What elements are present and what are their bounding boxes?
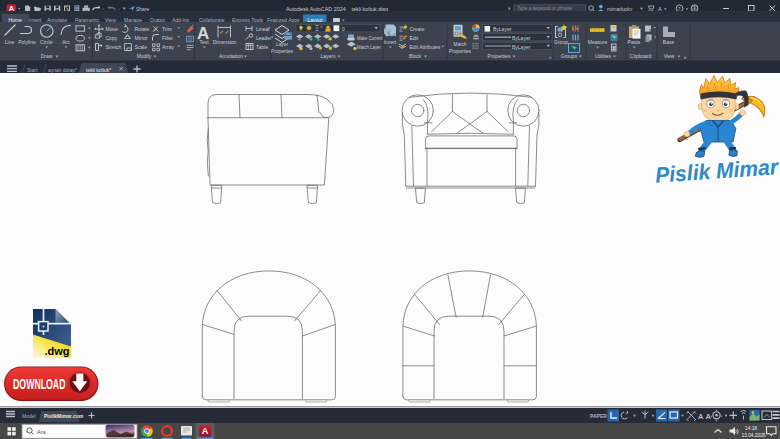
svg-text:Trim: Trim (162, 26, 172, 32)
svg-text:Arc: Arc (62, 39, 70, 45)
svg-text:PAPER: PAPER (590, 413, 607, 419)
svg-text:Polyline: Polyline (18, 39, 36, 45)
svg-text:Match Layer: Match Layer (357, 45, 381, 50)
svg-text:A: A (698, 412, 704, 421)
svg-text:Array: Array (162, 44, 174, 50)
svg-text:13.04.2026: 13.04.2026 (742, 433, 766, 438)
svg-text:Modify: Modify (137, 53, 152, 59)
svg-text:A: A (706, 412, 712, 421)
svg-text:0: 0 (342, 26, 345, 32)
svg-text:Layer: Layer (276, 42, 288, 47)
svg-text:Utilities: Utilities (595, 53, 612, 59)
svg-text:Text: Text (199, 39, 209, 45)
svg-text:Create: Create (410, 26, 425, 32)
svg-text:Properties: Properties (271, 49, 293, 54)
svg-text:ByLayer: ByLayer (512, 44, 531, 50)
svg-text:»: » (549, 55, 552, 60)
svg-text:DOWNLOAD: DOWNLOAD (13, 375, 66, 392)
svg-text:Edit: Edit (410, 35, 419, 41)
svg-text:Annotation: Annotation (219, 53, 243, 59)
svg-text:Model: Model (22, 413, 36, 419)
svg-text:Edit Attributes: Edit Attributes (410, 44, 441, 50)
svg-text:Line: Line (5, 39, 15, 45)
svg-text:Properties: Properties (449, 49, 471, 54)
svg-text:Copy: Copy (106, 35, 118, 41)
svg-text:Mirror: Mirror (135, 35, 148, 41)
svg-text:Block: Block (409, 53, 422, 59)
svg-text:Move: Move (106, 26, 118, 32)
svg-text:Measure: Measure (588, 39, 608, 45)
svg-text:Draw: Draw (41, 53, 53, 59)
svg-text:Insert: Insert (384, 39, 397, 45)
svg-text:Dimension: Dimension (213, 39, 237, 45)
svg-text:Ara: Ara (37, 429, 47, 435)
svg-text:Leader: Leader (256, 35, 272, 41)
svg-text:A: A (202, 426, 209, 436)
svg-text:Pislik Mimar: Pislik Mimar (654, 154, 780, 188)
svg-text:aynalı dolap*: aynalı dolap* (48, 67, 77, 73)
svg-text:ByLayer: ByLayer (512, 35, 531, 41)
svg-text:Stretch: Stretch (106, 44, 122, 50)
svg-text:Rotate: Rotate (135, 26, 150, 32)
svg-text:Groups: Groups (561, 53, 578, 59)
svg-text:Clipboard: Clipboard (630, 53, 652, 59)
svg-text:Make Current: Make Current (357, 36, 383, 41)
svg-text:.dwg: .dwg (45, 345, 70, 357)
svg-text:tekli koltuk*: tekli koltuk* (86, 67, 111, 73)
svg-text:Circle: Circle (40, 39, 53, 45)
svg-text:14:18: 14:18 (745, 426, 757, 431)
svg-text:View: View (664, 53, 675, 59)
svg-text:Match: Match (453, 42, 466, 47)
svg-text:Start: Start (27, 67, 38, 73)
svg-text:PislikMimar.com: PislikMimar.com (44, 413, 84, 419)
svg-text:Fillet: Fillet (162, 35, 173, 41)
svg-text:Properties: Properties (488, 53, 511, 59)
svg-text:Scale: Scale (135, 44, 148, 50)
svg-text:Table: Table (256, 44, 268, 50)
svg-text:ByLayer: ByLayer (493, 26, 512, 32)
svg-text:Layers: Layers (320, 53, 336, 59)
svg-text:Paste: Paste (628, 39, 641, 45)
svg-text:Linear: Linear (256, 26, 270, 32)
svg-text:Base: Base (663, 39, 675, 45)
svg-text:Group: Group (554, 39, 568, 45)
